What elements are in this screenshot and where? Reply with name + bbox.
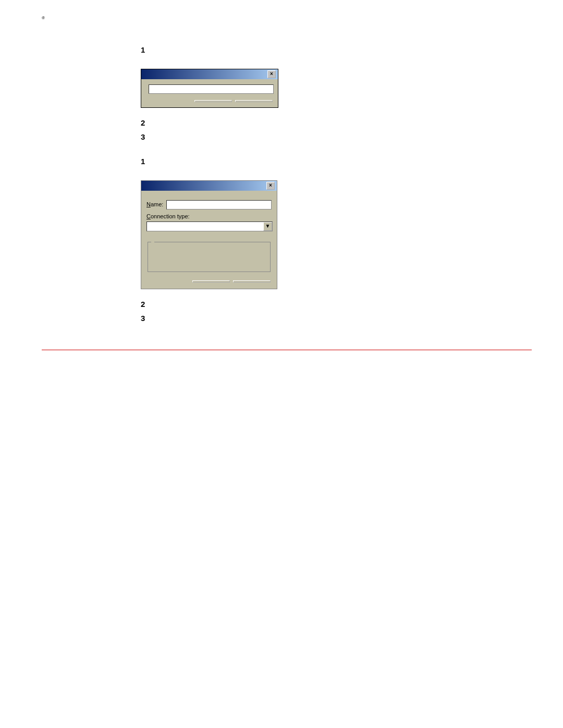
close-icon[interactable]: × [266,182,275,190]
step-2b: 2 [141,299,516,310]
chevron-down-icon: ▼ [263,222,272,231]
step-1b: 1 [141,156,516,167]
connection-information-fieldset [148,242,271,272]
step-2: 2 [141,117,516,128]
page-header: ® [42,16,532,23]
ok-button[interactable] [192,280,230,282]
header-left: ® [42,16,45,23]
dialog-new-connection-aware-group: × Name: Connection type: ▼ [141,180,277,289]
close-icon[interactable]: × [267,70,276,78]
name-input[interactable] [166,200,272,209]
connection-type-select[interactable]: ▼ [146,221,273,231]
step-3b: 3 [141,313,516,324]
name-input[interactable] [149,84,274,94]
cancel-button[interactable] [233,280,271,282]
ok-button[interactable] [194,100,232,102]
name-label: Name: [146,201,163,208]
dialog-titlebar: × [141,69,278,79]
step-3: 3 [141,131,516,142]
cancel-button[interactable] [235,100,273,102]
footer-divider [42,350,532,350]
dialog-new-firewall-rule-group: × [141,69,278,108]
step-1: 1 [141,44,516,55]
dialog-titlebar: × [141,181,277,191]
